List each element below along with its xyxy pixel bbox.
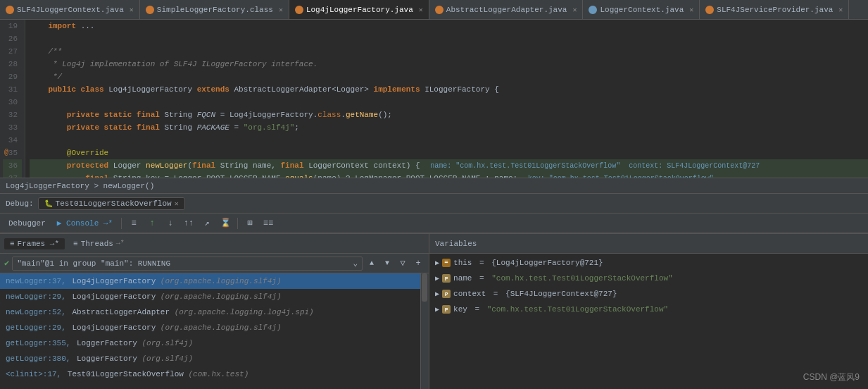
var-eq-context: = xyxy=(489,290,503,298)
tab-close-4[interactable]: ✕ xyxy=(689,6,693,14)
code-line-32: private static final String FQCN = Log4j… xyxy=(30,109,868,121)
code-line-19: import ... xyxy=(30,20,868,32)
stack-scrollbar[interactable] xyxy=(420,273,429,389)
breadcrumb-text: Log4jLoggerFactory > newLogger() xyxy=(6,182,154,190)
tab-logger-context[interactable]: LoggerContext.java ✕ xyxy=(583,0,700,19)
tab-label-5: SLF4JServiceProvider.java xyxy=(717,6,833,14)
var-item-name[interactable]: ▶ P name = "com.hx.test.Test01LoggerStac… xyxy=(429,271,868,286)
tab-slf4j-logger-context[interactable]: SLF4JLoggerContext.java ✕ xyxy=(0,0,140,19)
tab-icon-1 xyxy=(146,6,154,14)
tab-close-5[interactable]: ✕ xyxy=(838,6,843,14)
var-arrow-context: ▶ xyxy=(435,290,439,298)
var-icon-this: = xyxy=(442,259,451,267)
tab-icon-0 xyxy=(6,6,14,14)
stack-list: newLogger:37, Log4jLoggerFactory (org.ap… xyxy=(0,273,429,389)
sep-1 xyxy=(121,218,122,229)
step-out-btn[interactable]: ↑↑ xyxy=(181,216,196,230)
frame-pkg-2: (org.apache.logging.log4j.spi) xyxy=(175,308,314,316)
stack-frame-5[interactable]: getLogger:380, LoggerFactory (org.slf4j) xyxy=(0,351,420,366)
var-value-this: {Log4jLoggerFactory@721} xyxy=(491,259,603,267)
thread-selector-bar: ✔ "main"@1 in group "main": RUNNING ⌄ ▲ … xyxy=(0,254,429,273)
frames-label: Frames →* xyxy=(18,240,59,248)
variables-header-label: Variables xyxy=(435,240,477,248)
stack-frame-0[interactable]: newLogger:37, Log4jLoggerFactory (org.ap… xyxy=(0,273,420,289)
var-item-key[interactable]: ▶ P key = "com.hx.test.Test01LoggerStack… xyxy=(429,302,868,317)
tab-close-3[interactable]: ✕ xyxy=(572,6,577,14)
var-arrow-name: ▶ xyxy=(435,274,439,283)
debugger-tab[interactable]: Debugger xyxy=(4,216,50,230)
thread-add-btn[interactable]: + xyxy=(412,257,424,271)
frame-loc-0: newLogger:37, xyxy=(6,277,66,285)
list-view-btn[interactable]: ≡≡ xyxy=(260,216,276,230)
frame-loc-1: newLogger:29, xyxy=(6,292,66,301)
grid-view-btn[interactable]: ⊞ xyxy=(242,216,258,230)
debug-session-tab[interactable]: 🐛 Test01LoggerStackOverflow ✕ xyxy=(38,197,185,210)
frame-pkg-6: (com.hx.test) xyxy=(188,370,249,378)
step-into-btn[interactable]: ↓ xyxy=(163,216,178,230)
var-value-key: "com.hx.test.Test01LoggerStackOverflow" xyxy=(487,305,668,314)
code-line-36: protected Logger newLogger(final String … xyxy=(30,159,868,172)
thread-up-btn[interactable]: ▲ xyxy=(365,257,378,271)
var-icon-context: P xyxy=(442,290,451,298)
debug-label: Debug: xyxy=(6,199,34,208)
frame-class-0: Log4jLoggerFactory xyxy=(68,277,161,285)
ln-19: 19 xyxy=(3,20,22,32)
tab-close-0[interactable]: ✕ xyxy=(130,6,134,14)
threads-label: Threads xyxy=(81,240,113,248)
frames-tab[interactable]: ≡ Frames →* xyxy=(4,238,65,249)
var-name-this: this xyxy=(453,259,472,267)
tab-label-3: AbstractLoggerAdapter.java xyxy=(446,6,567,14)
frame-pkg-5: (org.slf4j) xyxy=(141,354,193,363)
tab-log4j-logger-factory[interactable]: Log4jLoggerFactory.java ✕ xyxy=(289,0,429,19)
debug-bar: Debug: 🐛 Test01LoggerStackOverflow ✕ xyxy=(0,194,868,214)
frame-pkg-4: (org.slf4j) xyxy=(141,339,193,347)
var-icon-key: P xyxy=(442,305,451,314)
tab-slf4j-service-provider[interactable]: SLF4JServiceProvider.java ✕ xyxy=(700,0,849,19)
var-arrow-this: ▶ xyxy=(435,259,439,267)
run-to-cursor-btn[interactable]: ↗ xyxy=(199,216,215,230)
sep-2 xyxy=(237,218,238,229)
tab-abstract-logger-adapter[interactable]: AbstractLoggerAdapter.java ✕ xyxy=(429,0,584,19)
frame-loc-4: getLogger:355, xyxy=(6,339,70,347)
threads-tab[interactable]: ≡ Threads →* xyxy=(68,238,130,249)
tab-label-0: SLF4JLoggerContext.java xyxy=(17,6,124,14)
show-execution-point-btn[interactable]: ≡ xyxy=(126,216,141,230)
code-editor: 19 26 27 28 29 31 30 32 33 34 35 36 37 3… xyxy=(0,20,868,178)
variables-header: Variables xyxy=(429,234,868,254)
debug-tab-icon: 🐛 xyxy=(44,199,53,208)
evaluate-btn[interactable]: ⌛ xyxy=(218,216,233,230)
tab-icon-4 xyxy=(589,6,597,14)
debug-tab-close[interactable]: ✕ xyxy=(175,199,179,208)
step-over-btn[interactable]: ↑ xyxy=(144,216,160,230)
frame-class-4: LoggerFactory xyxy=(72,339,141,347)
var-icon-name: P xyxy=(442,274,451,283)
var-eq-this: = xyxy=(474,259,489,267)
tab-label-2: Log4jLoggerFactory.java xyxy=(306,6,413,14)
var-name-key: key xyxy=(453,305,467,314)
code-line-31: public class Log4jLoggerFactory extends … xyxy=(30,83,868,96)
var-item-context[interactable]: ▶ P context = {SLF4JLoggerContext@727} xyxy=(429,286,868,302)
breadcrumb: Log4jLoggerFactory > newLogger() xyxy=(0,178,868,194)
stack-frame-1[interactable]: newLogger:29, Log4jLoggerFactory (org.ap… xyxy=(0,289,420,304)
frame-loc-2: newLogger:52, xyxy=(6,308,66,316)
frames-icon: ≡ xyxy=(10,240,15,248)
console-tab[interactable]: ▶ Console →* xyxy=(53,216,117,230)
tab-close-2[interactable]: ✕ xyxy=(419,6,423,14)
tab-close-1[interactable]: ✕ xyxy=(279,6,283,14)
tab-label-1: SimpleLoggerFactory.class xyxy=(157,6,273,14)
thread-dropdown[interactable]: "main"@1 in group "main": RUNNING ⌄ xyxy=(12,257,363,271)
stack-frame-2[interactable]: newLogger:52, AbstractLoggerAdapter (org… xyxy=(0,304,420,320)
thread-filter-btn[interactable]: ▽ xyxy=(396,257,409,271)
ln-28: 28 xyxy=(3,58,22,70)
ln-31: 31 xyxy=(3,83,22,96)
thread-down-btn[interactable]: ▼ xyxy=(381,257,394,271)
tab-simple-logger-factory[interactable]: SimpleLoggerFactory.class ✕ xyxy=(140,0,289,19)
stack-frame-6[interactable]: <clinit>:17, Test01LoggerStackOverflow (… xyxy=(0,366,420,382)
stack-frame-4[interactable]: getLogger:355, LoggerFactory (org.slf4j) xyxy=(0,335,420,351)
frame-class-5: LoggerFactory xyxy=(72,354,141,363)
threads-arrow: →* xyxy=(116,240,125,247)
stack-frame-3[interactable]: getLogger:29, Log4jLoggerFactory (org.ap… xyxy=(0,320,420,335)
line-numbers: 19 26 27 28 29 31 30 32 33 34 35 36 37 3… xyxy=(0,20,25,178)
toolbar: Debugger ▶ Console →* ≡ ↑ ↓ ↑↑ ↗ ⌛ ⊞ ≡≡ xyxy=(0,214,868,233)
var-item-this[interactable]: ▶ = this = {Log4jLoggerFactory@721} xyxy=(429,255,868,271)
